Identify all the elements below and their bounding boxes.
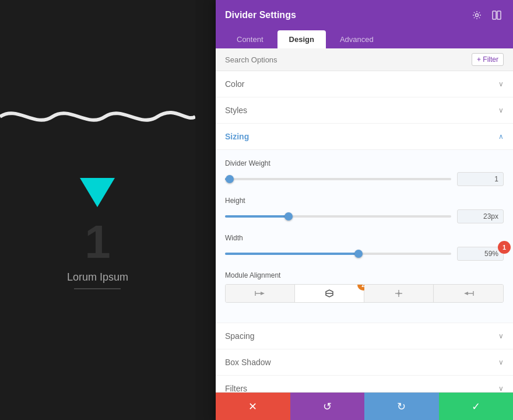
height-thumb[interactable] <box>284 212 293 220</box>
tabs: Content Design Advanced <box>216 30 513 48</box>
search-input[interactable] <box>225 55 472 64</box>
filter-button[interactable]: + Filter <box>472 53 504 66</box>
columns-icon-btn[interactable] <box>490 8 504 22</box>
redo-button[interactable]: ↻ <box>364 393 439 420</box>
tab-design[interactable]: Design <box>277 30 326 48</box>
sizing-content: Divider Weight Height <box>216 150 513 323</box>
height-row <box>225 209 504 223</box>
panel-content: Color ∨ Styles ∨ Sizing ∧ Divider Weight <box>216 71 513 392</box>
section-sizing[interactable]: Sizing ∧ <box>216 124 513 150</box>
panel-title: Divider Settings <box>225 10 296 20</box>
divider-weight-slider-container <box>225 173 451 185</box>
align-left-btn[interactable] <box>226 285 295 302</box>
section-color-label: Color <box>225 79 244 89</box>
panel-header: Divider Settings <box>216 0 513 30</box>
section-filters[interactable]: Filters ∨ <box>216 376 513 392</box>
section-filters-chevron: ∨ <box>498 384 504 392</box>
settings-icon-btn[interactable] <box>470 8 484 22</box>
module-alignment-label: Module Alignment <box>225 271 504 279</box>
align-center-btn[interactable] <box>295 285 364 302</box>
width-fill <box>225 253 359 255</box>
width-value[interactable] <box>457 247 504 261</box>
number-display: 1 <box>85 219 111 265</box>
lorum-divider <box>74 288 121 289</box>
alignment-row: 2 <box>225 284 504 303</box>
header-icons <box>470 8 504 22</box>
section-box-shadow-chevron: ∨ <box>498 358 504 366</box>
divider-weight-thumb[interactable] <box>226 175 234 183</box>
section-styles-label: Styles <box>225 106 247 115</box>
wave-decoration <box>0 93 195 142</box>
cancel-button[interactable]: ✕ <box>216 393 290 420</box>
width-badge: 1 <box>498 241 511 254</box>
settings-panel: Divider Settings Content Design Advanced <box>216 0 513 420</box>
width-row: 1 <box>225 247 504 261</box>
section-spacing-label: Spacing <box>225 331 255 341</box>
svg-point-10 <box>398 292 400 295</box>
width-track <box>225 253 451 255</box>
save-button[interactable]: ✓ <box>439 393 514 420</box>
section-spacing-chevron: ∨ <box>498 332 504 340</box>
align-center-divider-btn[interactable] <box>364 285 434 302</box>
svg-point-0 <box>476 14 479 17</box>
tab-advanced[interactable]: Advanced <box>328 30 385 48</box>
width-thumb[interactable] <box>354 250 363 258</box>
divider-weight-row <box>225 172 504 186</box>
divider-weight-value[interactable] <box>457 172 504 186</box>
height-value[interactable] <box>457 209 504 223</box>
height-label: Height <box>225 197 504 205</box>
width-label: Width <box>225 234 504 242</box>
bottom-toolbar: ✕ ↺ ↻ ✓ <box>216 392 513 420</box>
svg-marker-5 <box>261 292 265 295</box>
section-color[interactable]: Color ∨ <box>216 71 513 97</box>
align-left-wrap <box>226 285 295 302</box>
undo-button[interactable]: ↺ <box>290 393 365 420</box>
divider-weight-track <box>225 178 451 180</box>
align-right-btn[interactable] <box>434 285 503 302</box>
section-spacing[interactable]: Spacing ∨ <box>216 323 513 349</box>
divider-weight-label: Divider Weight <box>225 159 504 167</box>
search-bar: + Filter <box>216 48 513 71</box>
align-center-divider-wrap <box>364 285 434 302</box>
svg-rect-2 <box>497 11 501 19</box>
height-group: Height <box>225 197 504 223</box>
tab-content[interactable]: Content <box>225 30 275 48</box>
svg-rect-1 <box>493 11 496 19</box>
section-box-shadow-label: Box Shadow <box>225 358 271 367</box>
height-slider-container <box>225 211 451 222</box>
section-filters-label: Filters <box>225 384 247 392</box>
lorum-text: Lorum Ipsum <box>67 271 128 284</box>
section-box-shadow[interactable]: Box Shadow ∨ <box>216 349 513 376</box>
divider-weight-group: Divider Weight <box>225 159 504 186</box>
section-sizing-chevron: ∧ <box>498 132 504 141</box>
section-color-chevron: ∨ <box>498 80 504 88</box>
width-slider-container <box>225 248 451 260</box>
section-styles[interactable]: Styles ∨ <box>216 97 513 124</box>
width-group: Width 1 <box>225 234 504 261</box>
svg-marker-13 <box>464 292 468 295</box>
align-right-wrap <box>434 285 503 302</box>
triangle-icon <box>80 178 115 207</box>
height-track <box>225 215 451 218</box>
section-sizing-label: Sizing <box>225 132 249 141</box>
align-center-wrap: 2 <box>295 285 364 302</box>
section-styles-chevron: ∨ <box>498 106 504 114</box>
module-alignment-group: Module Alignment <box>225 271 504 303</box>
canvas-area: › 1 Lorum Ipsum <box>0 0 195 420</box>
height-fill <box>225 215 289 218</box>
